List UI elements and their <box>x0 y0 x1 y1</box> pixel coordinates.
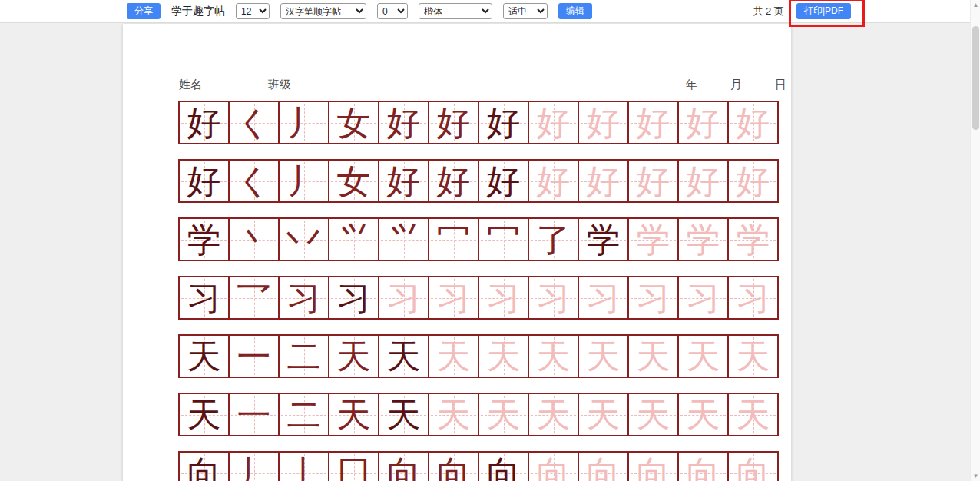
class-label: 班级 <box>268 78 291 92</box>
practice-glyph: 习 <box>280 277 328 318</box>
practice-cell: 习 <box>677 276 729 320</box>
practice-glyph: 丶 <box>230 219 278 260</box>
offset-select[interactable]: 0 <box>377 3 408 19</box>
print-button-wrap: 打印|PDF <box>796 3 851 20</box>
practice-cell: 天 <box>578 334 629 378</box>
practice-cell: 学 <box>178 217 230 261</box>
practice-cell: 天 <box>627 334 679 378</box>
practice-cell: 好 <box>727 101 779 144</box>
practice-cell: 冖 <box>478 217 529 261</box>
practice-row: 习乛习习习习习习习习习习 <box>178 276 779 320</box>
practice-glyph: 好 <box>529 102 578 143</box>
practice-cell: 向 <box>627 451 679 481</box>
practice-cell: 习 <box>478 276 529 320</box>
practice-cell: 女 <box>328 101 379 144</box>
practice-glyph: 好 <box>429 102 478 143</box>
practice-glyph: 好 <box>629 161 677 201</box>
practice-glyph: 好 <box>429 161 478 201</box>
practice-cell: 好 <box>528 101 579 144</box>
practice-row: 好く丿女好好好好好好好好 <box>178 101 779 144</box>
share-button[interactable]: 分享 <box>127 3 161 20</box>
edit-button[interactable]: 编辑 <box>558 3 592 20</box>
practice-cell: 丶 <box>228 217 280 261</box>
practice-cell: 乛 <box>228 276 280 320</box>
practice-cell: 好 <box>528 159 579 203</box>
practice-glyph: 丨 <box>280 453 328 481</box>
print-pdf-button[interactable]: 打印|PDF <box>796 3 851 20</box>
practice-glyph: 天 <box>429 394 478 435</box>
density-select[interactable]: 适中 <box>503 3 548 19</box>
practice-glyph: 天 <box>679 336 727 377</box>
practice-glyph: 天 <box>629 394 677 435</box>
scrollbar-thumb[interactable] <box>972 26 979 130</box>
app-screen: 分享 学于趣字帖 12 汉字笔顺字帖 0 楷体 适中 编辑 共 2 页 打印|P… <box>0 0 980 481</box>
practice-cell: 习 <box>627 276 679 320</box>
practice-cell: 学 <box>627 217 679 261</box>
practice-cell: 天 <box>528 393 579 436</box>
practice-cell: 冂 <box>328 451 379 481</box>
practice-cell: 学 <box>727 217 779 261</box>
practice-glyph: 天 <box>729 336 777 377</box>
practice-cell: 好 <box>428 159 479 203</box>
practice-glyph: 天 <box>629 336 677 377</box>
practice-glyph: 一 <box>230 336 278 377</box>
practice-glyph: 习 <box>529 277 578 318</box>
practice-glyph: 向 <box>679 453 727 481</box>
practice-cell: 好 <box>627 159 679 203</box>
practice-cell: 天 <box>328 393 379 436</box>
practice-glyph: 向 <box>379 453 428 481</box>
practice-glyph: 向 <box>629 453 677 481</box>
font-size-select[interactable]: 12 <box>236 3 270 19</box>
practice-cell: 好 <box>428 101 479 144</box>
toolbar: 分享 学于趣字帖 12 汉字笔顺字帖 0 楷体 适中 编辑 共 2 页 打印|P… <box>0 0 980 23</box>
practice-cell: 天 <box>528 334 579 378</box>
scroll-up-icon[interactable]: ▲ <box>971 0 980 10</box>
practice-glyph: 丿 <box>230 453 278 481</box>
practice-cell: 天 <box>428 393 479 436</box>
practice-glyph: 天 <box>729 394 777 435</box>
practice-cell: 习 <box>178 276 230 320</box>
practice-cell: 丿 <box>278 101 329 144</box>
practice-glyph: 学 <box>729 219 777 260</box>
practice-cell: 向 <box>428 451 479 481</box>
copybook-page: 姓名 班级 年 月 日 好く丿女好好好好好好好好好く丿女好好好好好好好好学丶丷⺍… <box>123 24 791 481</box>
font-family-select[interactable]: 楷体 <box>419 3 492 19</box>
practice-cell: 二 <box>278 393 329 436</box>
practice-cell: 向 <box>378 451 429 481</box>
practice-glyph: 二 <box>280 394 328 435</box>
practice-glyph: 乛 <box>230 277 278 318</box>
practice-glyph: 习 <box>679 277 727 318</box>
practice-cell: 好 <box>677 159 729 203</box>
practice-cell: 一 <box>228 334 280 378</box>
practice-glyph: 习 <box>579 277 627 318</box>
practice-glyph: 习 <box>479 277 528 318</box>
practice-cell: 天 <box>428 334 479 378</box>
scroll-down-icon[interactable]: ▼ <box>971 471 980 481</box>
scrollbar[interactable]: ▲ ▼ <box>970 0 980 481</box>
practice-glyph: 天 <box>329 336 378 377</box>
practice-cell: 好 <box>378 159 429 203</box>
practice-cell: く <box>228 101 280 144</box>
practice-cell: 冖 <box>428 217 479 261</box>
practice-glyph: 习 <box>729 277 777 318</box>
practice-glyph: 二 <box>280 336 328 377</box>
practice-cell: 丨 <box>278 451 329 481</box>
practice-cell: ⺍ <box>328 217 379 261</box>
practice-glyph: 好 <box>529 161 578 201</box>
page-count: 共 2 页 <box>753 5 783 18</box>
practice-glyph: 向 <box>579 453 627 481</box>
year-label: 年 <box>686 78 697 92</box>
name-label: 姓名 <box>179 78 202 92</box>
practice-row: 天一二天天天天天天天天天 <box>178 393 779 436</box>
practice-cell: 天 <box>178 393 230 436</box>
copybook-type-select[interactable]: 汉字笔顺字帖 <box>280 3 366 19</box>
practice-glyph: 一 <box>230 394 278 435</box>
practice-glyph: 习 <box>629 277 677 318</box>
practice-cell: 好 <box>677 101 729 144</box>
practice-cell: 好 <box>478 101 529 144</box>
practice-glyph: 好 <box>679 102 727 143</box>
brand-title: 学于趣字帖 <box>171 5 225 18</box>
practice-cell: 天 <box>478 393 529 436</box>
practice-cell: 丿 <box>278 159 329 203</box>
practice-cell: 天 <box>478 334 529 378</box>
